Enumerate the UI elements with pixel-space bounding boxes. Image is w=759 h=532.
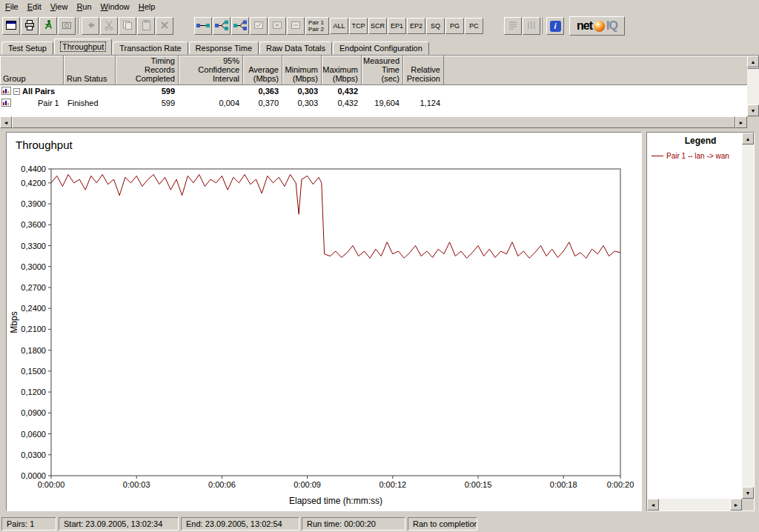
run-test-button[interactable] [39,17,57,35]
legend-horizontal-scrollbar[interactable]: ◄ ► [647,499,742,511]
svg-text:0,2100: 0,2100 [21,325,46,333]
cut-button[interactable] [100,17,118,35]
column-header-maximum[interactable]: Maximum (Mbps) [322,56,362,84]
scroll-left-icon[interactable]: ◄ [647,499,659,511]
undo-button[interactable] [82,17,99,35]
menu-bar: File Edit View Run Window Help [0,0,759,13]
table-vertical-scrollbar[interactable]: ▲ ▼ [747,56,759,116]
column-header-group[interactable]: Group [0,56,64,84]
netiq-logo-iq-text: IQ [606,19,617,33]
scroll-down-icon[interactable]: ▼ [742,487,754,499]
tab-test-setup[interactable]: Test Setup [1,41,53,55]
list-view-button-1[interactable] [504,17,522,35]
scroll-left-icon[interactable]: ◄ [0,116,12,128]
delete-button[interactable] [156,17,173,35]
filter-pc-button[interactable]: PC [465,18,483,34]
svg-text:0:00:18: 0:00:18 [550,480,577,489]
svg-text:0,1500: 0,1500 [21,367,46,376]
dash-pairs-icon [290,19,302,33]
column-header-precision[interactable]: Relative Precision [403,56,444,84]
copy-button[interactable] [119,17,136,35]
check-pairs-button-2[interactable] [268,17,286,35]
svg-text:0,0000: 0,0000 [21,471,46,480]
column-header-run-status[interactable]: Run Status [64,56,116,84]
column-header-timing-records[interactable]: Timing Records Completed [116,56,179,84]
svg-text:0,4400: 0,4400 [21,164,46,173]
table-row-all-pairs[interactable]: − All Pairs 599 0,363 0,303 0,432 [0,85,747,97]
tab-raw-data-totals[interactable]: Raw Data Totals [259,41,332,55]
menu-help[interactable]: Help [134,1,160,13]
filter-sq-button[interactable]: SQ [426,18,445,34]
new-test-button[interactable] [2,17,20,35]
filter-scr-button[interactable]: SCR [368,18,387,34]
svg-text:0,4200: 0,4200 [21,179,46,187]
scrollbar-thumb[interactable] [12,116,735,128]
svg-text:0,2700: 0,2700 [21,283,46,292]
column-header-minimum[interactable]: Minimum (Mbps) [282,56,322,84]
filter-ep1-button[interactable]: EP1 [388,18,406,34]
scroll-right-icon[interactable]: ► [735,116,747,128]
tab-transaction-rate[interactable]: Transaction Rate [113,41,188,55]
tab-response-time[interactable]: Response Time [189,41,259,55]
paste-button[interactable] [137,17,155,35]
svg-text:0,0900: 0,0900 [21,408,46,417]
cell-confidence: 0,004 [179,99,243,107]
print-button[interactable] [21,17,39,35]
pair-selector-button[interactable]: Pair 1 Pair 2 [305,17,329,35]
pair-link-button[interactable] [194,17,212,35]
filter-tcp-button[interactable]: TCP [349,18,368,34]
column-header-confidence[interactable]: 95% Confidence Interval [179,56,243,84]
clipboard-icon [140,19,152,33]
table-horizontal-scrollbar[interactable]: ◄ ► [0,116,747,128]
tab-endpoint-configuration[interactable]: Endpoint Configuration [333,41,429,55]
svg-text:0,1200: 0,1200 [21,388,46,396]
copy-icon [122,19,133,33]
menu-view[interactable]: View [46,1,73,13]
svg-text:Elapsed time (h:mm:ss): Elapsed time (h:mm:ss) [289,496,382,506]
cell-minimum: 0,303 [282,87,322,96]
check-pairs-button-1[interactable] [250,17,268,35]
svg-text:0,0300: 0,0300 [21,450,46,459]
status-completion-state: Ran to completion [408,517,477,531]
pair-group-button[interactable] [231,17,249,35]
cell-minimum: 0,303 [282,99,322,107]
scrollbar-thumb[interactable] [747,67,759,69]
scroll-up-icon[interactable]: ▲ [742,133,754,144]
list-view-button-2[interactable] [523,17,540,35]
column-header-average[interactable]: Average (Mbps) [243,56,282,84]
toolbar-separator [543,18,544,34]
check-pairs-icon [253,19,265,33]
legend-vertical-scrollbar[interactable]: ▲ ▼ [742,133,754,499]
stop-run-button[interactable] [58,17,76,35]
info-icon: i [550,21,561,32]
table-row-pair-1[interactable]: Pair 1 Finished 599 0,004 0,370 0,303 0,… [0,97,747,109]
tab-strip: Test Setup Throughput Transaction Rate R… [0,39,759,55]
menu-run[interactable]: Run [72,1,96,13]
menu-window[interactable]: Window [96,1,134,13]
svg-text:0,3900: 0,3900 [21,199,46,208]
filter-pg-button[interactable]: PG [445,18,464,34]
filter-ep2-button[interactable]: EP2 [407,18,425,34]
scroll-down-icon[interactable]: ▼ [747,104,759,116]
pair-link-icon [196,19,211,33]
scroll-up-icon[interactable]: ▲ [747,56,759,67]
legend-item: Pair 1 -- lan -> wan [652,152,740,160]
menu-edit[interactable]: Edit [23,1,46,13]
about-button[interactable]: i [546,17,564,35]
cross-pairs-icon [271,19,283,33]
filter-all-button[interactable]: ALL [330,18,348,34]
cell-timing-records: 599 [116,87,179,96]
column-header-measured-time[interactable]: Measured Time (sec) [362,56,403,84]
tab-throughput[interactable]: Throughput [54,39,112,55]
status-pairs-count: Pairs: 1 [1,517,56,531]
new-document-icon [5,19,17,33]
collapse-icon[interactable]: − [13,88,20,95]
svg-text:0:00:20: 0:00:20 [607,480,634,489]
scroll-right-icon[interactable]: ► [730,499,742,511]
cell-run-status: Finished [64,99,116,107]
menu-file[interactable]: File [1,1,23,13]
status-run-time: Run time: 00:00:20 [302,517,405,531]
cell-precision: 1,124 [403,99,444,107]
check-pairs-button-3[interactable] [287,17,305,35]
pair-multicast-button[interactable] [213,17,231,35]
